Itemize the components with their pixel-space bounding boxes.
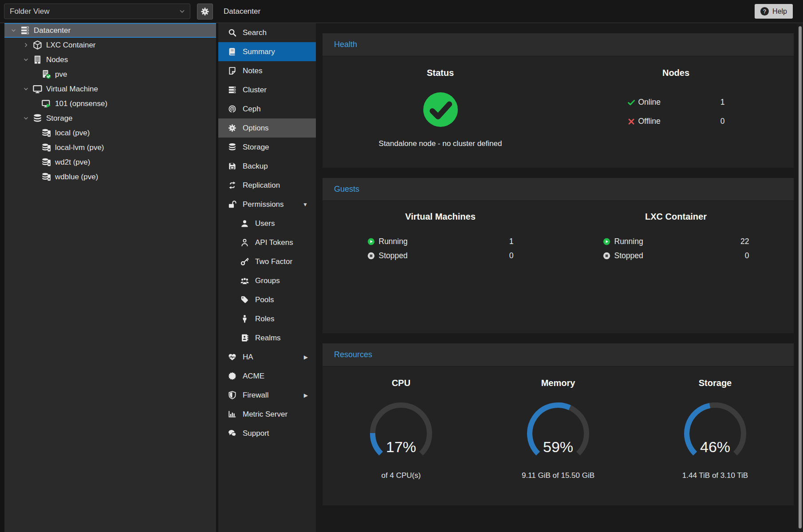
chevD-icon [11,28,16,33]
tree-item-label: Datacenter [34,26,71,35]
dbDrive-icon [42,158,51,167]
status-heading: Status [323,68,558,78]
help-button[interactable]: ? Help [755,4,793,19]
scrollbar-thumb[interactable] [799,26,802,528]
nodes-heading: Nodes [558,68,794,78]
tree-item-nodes[interactable]: Nodes [4,52,216,67]
online-label: Online [638,98,707,107]
tree-item-storage[interactable]: Storage [4,111,216,126]
storage-heading: Storage [637,378,794,388]
tree-settings-button[interactable] [197,4,213,20]
nav-item-support[interactable]: Support [218,424,316,443]
sync-icon [228,181,236,189]
tree-item-label: local (pve) [55,129,90,138]
tree-item-wdblue-pve[interactable]: wdblue (pve) [4,169,216,184]
left-edge-strip [0,23,4,532]
view-selector-combobox[interactable]: Folder View [4,4,190,19]
dbDrive-icon [42,172,51,181]
building-icon [33,55,42,64]
nav-item-label: Pools [255,296,274,304]
nav-item-realms[interactable]: Realms [218,328,316,347]
nav-item-pools[interactable]: Pools [218,290,316,309]
cpu-caption: of 4 CPU(s) [323,471,480,480]
nav-item-notes[interactable]: Notes [218,61,316,80]
nav-item-label: Cluster [243,86,267,95]
nav-item-label: Summary [243,47,275,56]
nav-item-label: Two Factor [255,257,292,266]
db-icon [33,114,42,123]
tree-item-datacenter[interactable]: Datacenter [4,23,216,38]
tree-item-lxc-container[interactable]: LXC Container [4,38,216,52]
nav-item-storage[interactable]: Storage [218,138,316,157]
nodes-rows: Online 1 Offline 0 [627,98,725,126]
tree-item-pve[interactable]: pve [4,67,216,82]
nav-item-ceph[interactable]: Ceph [218,99,316,118]
chevron-down-icon[interactable] [23,86,33,92]
summary-content: Health Status Standalone node - no clust… [316,23,803,532]
chevron-down-icon[interactable] [23,115,33,121]
lxc-running-label: Running [614,237,741,246]
nav-item-summary[interactable]: Summary [218,42,316,61]
tree-item-local-pve[interactable]: local (pve) [4,126,216,140]
nav-item-roles[interactable]: Roles [218,309,316,328]
nav-item-replication[interactable]: Replication [218,176,316,195]
chevron-right-icon[interactable] [23,42,33,48]
nav-item-label: Notes [243,67,262,75]
vm-stopped-label: Stopped [379,251,509,260]
tree-item-local-lvm-pve[interactable]: local-lvm (pve) [4,140,216,155]
nav-item-two-factor[interactable]: Two Factor [218,252,316,271]
chevron-down-icon[interactable] [11,28,20,33]
nav-item-permissions[interactable]: Permissions▼ [218,195,316,214]
key-icon [240,257,249,266]
chevR-icon [23,42,29,48]
nav-item-label: Ceph [243,105,261,114]
server-icon [228,86,236,94]
tree-item-label: 101 (opnsense) [55,99,107,108]
guests-panel-header: Guests [323,178,794,201]
tree-item-virtual-machine[interactable]: Virtual Machine [4,82,216,96]
stop-circle-icon [367,252,375,260]
nav-item-label: Options [243,124,269,133]
nav-item-acme[interactable]: ACME [218,366,316,386]
tree-item-101-opnsense[interactable]: 101 (opnsense) [4,96,216,111]
nav-item-api-tokens[interactable]: API Tokens [218,233,316,252]
nav-item-label: Storage [243,143,269,152]
search-icon [228,28,236,37]
triangle-right-icon: ▶ [304,354,308,360]
status-icon-wrap [323,91,558,128]
triangle-down-icon: ▼ [303,201,308,208]
nav-item-label: Replication [243,181,280,190]
monitor-icon [33,84,42,94]
cpu-gauge: 17% [363,400,439,462]
nav-item-users[interactable]: Users [218,214,316,233]
nav-item-ha[interactable]: HA▶ [218,347,316,366]
vm-running-count: 1 [509,237,514,246]
tree-item-label: Virtual Machine [46,85,98,94]
health-panel-body: Status Standalone node - no cluster defi… [323,56,794,168]
guests-panel-title: Guests [334,185,359,194]
check-icon [627,99,635,106]
chevD-icon [23,57,29,63]
ceph-icon [228,105,236,113]
nav-item-label: Support [243,429,269,438]
nav-item-label: Roles [255,315,274,323]
nav-item-firewall[interactable]: Firewall▶ [218,386,316,405]
tree-item-label: local-lvm (pve) [55,143,104,152]
nav-item-groups[interactable]: Groups [218,271,316,290]
person-icon [240,315,249,323]
chevron-down-icon[interactable] [23,57,33,63]
nav-item-options[interactable]: Options [218,118,316,138]
nav-item-backup[interactable]: Backup [218,157,316,176]
vertical-scrollbar[interactable] [797,23,803,532]
lxc-running-count: 22 [740,237,749,246]
guests-panel: Guests Virtual Machines Running 1 [323,178,794,333]
nav-item-metric-server[interactable]: Metric Server [218,405,316,424]
memory-heading: Memory [480,378,637,388]
tree-item-label: Storage [46,114,73,123]
nav-item-label: HA [243,353,253,362]
tree-item-wd2t-pve[interactable]: wd2t (pve) [4,155,216,169]
nav-item-search[interactable]: Search [218,23,316,42]
nav-item-cluster[interactable]: Cluster [218,80,316,99]
cpu-percent: 17% [363,438,439,456]
nav-item-label: Permissions [243,200,284,209]
